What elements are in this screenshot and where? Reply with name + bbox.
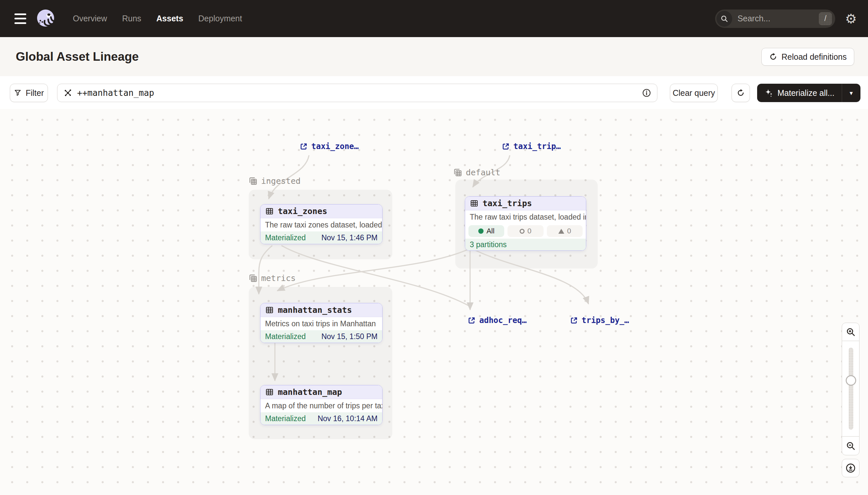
group-table-icon [248,273,258,283]
status-badge: Materialized [265,233,306,242]
asset-node-header: taxi_zones [261,205,382,218]
sparkle-icon [764,88,774,98]
lineage-canvas[interactable]: ingested default metrics [0,109,868,495]
main-nav: Overview Runs Assets Deployment [73,14,242,23]
materialized-dot-icon [478,228,483,234]
partitions-missing-pill[interactable]: 0 [508,225,543,237]
asset-node-taxi-zones[interactable]: taxi_zones The raw taxi zones dataset, l… [260,204,383,244]
materialize-all-button[interactable]: Materialize all... [757,84,842,102]
table-icon [265,207,274,216]
table-icon [265,306,274,314]
query-value: ++manhattan_map [77,88,154,98]
asset-name: taxi_trips [482,199,532,208]
partitions-materialized-pill[interactable]: All [468,225,504,237]
materialize-split-button: Materialize all... ▾ [757,84,861,102]
partitions-footer: 3 partitions [465,239,586,251]
materialize-all-label: Materialize all... [777,88,835,98]
menu-button[interactable] [14,14,26,24]
recenter-download-button[interactable] [842,459,860,477]
external-asset-label: taxi_trip… [513,142,561,151]
nav-assets[interactable]: Assets [157,14,183,23]
external-asset-adhoc-request[interactable]: adhoc_req… [467,316,527,325]
zoom-out-icon [846,441,855,451]
query-info-icon[interactable] [642,88,651,98]
asset-node-header: taxi_trips [465,197,586,210]
dagster-app: Overview Runs Assets Deployment Search..… [0,0,868,495]
asset-footer: Materialized Nov 15, 1:50 PM [261,330,382,343]
external-asset-trips-by-week[interactable]: trips_by_… [569,316,629,325]
search-placeholder: Search... [738,14,770,23]
zoom-slider [842,341,860,436]
external-asset-label: adhoc_req… [479,316,527,325]
table-icon [265,388,274,396]
external-asset-taxi-zones-file[interactable]: taxi_zone… [299,142,359,151]
external-asset-label: trips_by_… [582,316,629,325]
zoom-controls [842,323,860,455]
zoom-out-button[interactable] [842,436,860,455]
search-input[interactable]: Search... / [715,10,835,28]
reload-icon [769,52,777,61]
materialization-timestamp: Nov 15, 1:46 PM [321,233,377,242]
external-link-icon [467,316,476,325]
status-badge: Materialized [265,414,306,423]
graph-query-icon [63,88,72,98]
refresh-button[interactable] [731,84,750,102]
asset-footer: Materialized Nov 15, 1:46 PM [261,232,382,244]
lineage-edges [0,109,868,495]
search-shortcut-badge: / [819,12,832,25]
nav-deployment[interactable]: Deployment [198,14,242,23]
reload-label: Reload definitions [781,52,847,62]
asset-node-taxi-trips[interactable]: taxi_trips The raw taxi trips dataset, l… [465,196,586,251]
topbar: Overview Runs Assets Deployment Search..… [0,0,868,37]
external-asset-taxi-trips-file[interactable]: taxi_trip… [501,142,561,151]
group-name: default [466,168,500,177]
asset-node-header: manhattan_map [261,386,382,399]
dagster-logo-icon[interactable] [35,8,56,29]
zoom-slider-track[interactable] [849,347,853,430]
partitions-failed-pill[interactable]: 0 [547,225,583,237]
zoom-slider-handle[interactable] [846,375,856,386]
group-name: metrics [261,273,296,283]
materialized-count: All [486,227,494,235]
filter-button[interactable]: Filter [10,84,48,102]
asset-description: A map of the number of trips per taxi z.… [261,399,382,412]
group-label-metrics[interactable]: metrics [248,273,296,283]
asset-node-manhattan-stats[interactable]: manhattan_stats Metrics on taxi trips in… [260,303,383,343]
group-label-ingested[interactable]: ingested [248,176,300,186]
asset-name: manhattan_map [278,387,342,397]
asset-query-input[interactable]: ++manhattan_map [57,84,657,102]
failed-triangle-icon [558,229,564,234]
settings-gear-icon[interactable]: ⚙ [845,12,857,25]
group-table-icon [453,167,463,177]
external-link-icon [299,142,308,151]
clear-query-button[interactable]: Clear query [670,84,718,102]
asset-description: The raw taxi zones dataset, loaded int..… [261,218,382,232]
external-asset-label: taxi_zone… [311,142,359,151]
asset-node-manhattan-map[interactable]: manhattan_map A map of the number of tri… [260,385,383,425]
clear-query-label: Clear query [672,88,715,98]
page-header: Global Asset Lineage Reload definitions [0,37,868,76]
group-table-icon [248,176,258,186]
refresh-icon [737,89,745,97]
zoom-in-button[interactable] [842,323,860,341]
materialization-timestamp: Nov 15, 1:50 PM [321,332,377,341]
nav-overview[interactable]: Overview [73,14,107,23]
status-badge: Materialized [265,332,306,341]
reload-definitions-button[interactable]: Reload definitions [761,48,854,66]
filter-label: Filter [25,88,44,98]
zoom-in-icon [846,327,855,337]
missing-ring-icon [520,229,525,234]
recenter-icon [845,463,856,473]
materialize-dropdown-caret[interactable]: ▾ [842,84,861,102]
missing-count: 0 [528,227,531,235]
lineage-toolbar: Filter ++manhattan_map Clear query [0,76,868,109]
group-name: ingested [261,176,300,186]
asset-description: The raw taxi trips dataset, loaded into … [465,210,586,224]
group-label-default[interactable]: default [453,167,500,177]
nav-runs[interactable]: Runs [122,14,141,23]
asset-name: manhattan_stats [278,305,352,315]
failed-count: 0 [567,227,571,235]
external-link-icon [501,142,510,151]
partition-health-row: All 0 0 [465,224,586,239]
asset-node-header: manhattan_stats [261,303,382,317]
